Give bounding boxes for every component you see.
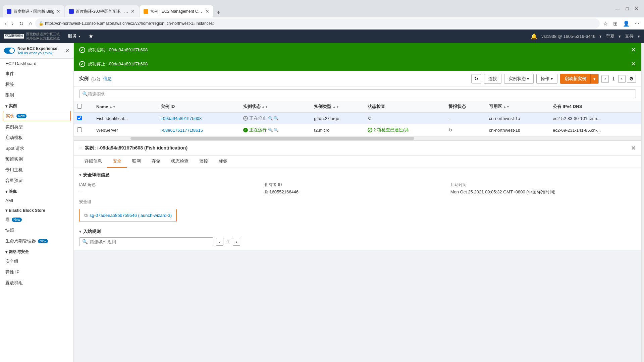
- detail-close-button[interactable]: ✕: [631, 144, 636, 152]
- sidebar-item-limits[interactable]: 限制: [0, 90, 73, 101]
- sidebar-section-ebs[interactable]: ▾ Elastic Block Store: [0, 205, 73, 214]
- horizontal-scrollbar[interactable]: [74, 136, 641, 140]
- sidebar-item-ami[interactable]: AMI: [0, 196, 73, 205]
- support-label[interactable]: 支持: [625, 33, 634, 39]
- browser-tab-1[interactable]: 百度翻译 - 国内版 Bing ✕: [3, 5, 64, 17]
- tab-monitoring[interactable]: 监控: [194, 156, 213, 168]
- table-settings-button[interactable]: ⚙: [627, 75, 636, 83]
- instance-list-section: 实例 (1/2) 信息 ↻ 连接 实例状态 ▾ 操作 ▾ 启动新实例: [74, 71, 641, 140]
- tab-close-3[interactable]: ✕: [205, 9, 209, 14]
- copy-owner-icon[interactable]: ⧉: [265, 189, 268, 195]
- refresh-button[interactable]: ↻: [471, 74, 481, 83]
- favorites-nav-button[interactable]: ★: [88, 33, 94, 40]
- sidebar-item-elastic-ip[interactable]: 弹性 IP: [0, 267, 73, 278]
- sidebar-item-capacity[interactable]: 容量预留: [0, 175, 73, 186]
- row2-id-link[interactable]: i-08e617511771f8615: [161, 128, 203, 133]
- instance-state-button[interactable]: 实例状态 ▾: [504, 74, 534, 84]
- launch-button[interactable]: 启动新实例: [560, 74, 590, 84]
- tab-status-check[interactable]: 状态检查: [166, 156, 194, 168]
- row1-id-link[interactable]: i-09da94a891ff7b608: [161, 116, 202, 121]
- sidebar-item-ec2dashboard[interactable]: EC2 Dashboard: [0, 59, 73, 68]
- tab-tags[interactable]: 标签: [213, 156, 233, 168]
- launch-dropdown-button[interactable]: ▾: [590, 74, 599, 84]
- prev-page-button[interactable]: ‹: [601, 75, 609, 83]
- bell-icon[interactable]: 🔔: [531, 33, 537, 40]
- sidebar-item-instances[interactable]: 实例 New: [3, 111, 71, 121]
- zoom-in-icon[interactable]: 🔍: [268, 116, 273, 121]
- tab-security[interactable]: 安全: [107, 156, 127, 168]
- maximize-button[interactable]: □: [623, 5, 631, 13]
- favorites-icon[interactable]: ☆: [601, 19, 610, 28]
- inbound-title[interactable]: ▾ 入站规则: [79, 229, 636, 235]
- region-label[interactable]: 宁夏: [606, 33, 614, 39]
- table-row[interactable]: WebServer i-08e617511771f8615 ✓ 正在运行 🔍: [74, 124, 641, 136]
- minimize-button[interactable]: —: [612, 5, 623, 13]
- tab-details[interactable]: 详细信息: [79, 156, 107, 168]
- zoom-out-icon[interactable]: 🔍: [274, 116, 279, 121]
- sidebar-section-network[interactable]: ▾ 网络与安全: [0, 246, 73, 256]
- connect-button[interactable]: 连接: [484, 74, 501, 84]
- service-menu[interactable]: 服务 ▾: [65, 32, 83, 41]
- more-button[interactable]: ···: [633, 19, 641, 28]
- address-bar-wrapper[interactable]: 🔒 https://cn-northwest-1.console.amazona…: [35, 18, 599, 28]
- refresh-page-button[interactable]: ↻: [17, 19, 25, 28]
- info-link[interactable]: 信息: [103, 76, 112, 82]
- sidebar-item-spot[interactable]: Spot 请求: [0, 143, 73, 154]
- row2-refresh-icon[interactable]: ↻: [448, 127, 452, 133]
- sidebar-item-volumes[interactable]: 卷 New: [0, 214, 73, 225]
- toggle-sub[interactable]: Tell us what you think: [17, 51, 57, 55]
- tab-network[interactable]: 联网: [127, 156, 146, 168]
- tab-close-2[interactable]: ✕: [131, 9, 135, 14]
- sidebar-item-tags[interactable]: 标签: [0, 79, 73, 90]
- security-section-title[interactable]: ▾ 安全详细信息: [79, 172, 636, 178]
- sidebar-item-launch-templates[interactable]: 启动模板: [0, 132, 73, 143]
- profile-icon[interactable]: 👤: [621, 19, 632, 28]
- forward-button[interactable]: ›: [10, 19, 15, 28]
- zoom-in-icon2[interactable]: 🔍: [268, 128, 273, 132]
- copy-sg-icon[interactable]: ⧉: [84, 213, 88, 218]
- user-info[interactable]: vsl1938 @ 1605-5216-6446: [541, 34, 595, 39]
- back-button[interactable]: ‹: [3, 19, 8, 28]
- new-tab-button[interactable]: +: [214, 8, 223, 17]
- search-input[interactable]: [88, 92, 633, 97]
- sidebar-item-events[interactable]: 事件: [0, 68, 73, 79]
- sidebar-item-security-groups[interactable]: 安全组: [0, 256, 73, 267]
- check-icon: ✓: [368, 128, 372, 132]
- sidebar-item-snapshots[interactable]: 快照: [0, 225, 73, 236]
- select-all-checkbox[interactable]: [77, 104, 82, 109]
- tab-title-1: 百度翻译 - 国内版 Bing: [13, 9, 54, 14]
- operations-button[interactable]: 操作 ▾: [536, 74, 557, 84]
- home-button[interactable]: ⌂: [27, 19, 34, 28]
- row1-checkbox[interactable]: [77, 116, 82, 120]
- next-page-button[interactable]: ›: [618, 75, 626, 83]
- inbound-prev-button[interactable]: ‹: [216, 238, 223, 246]
- banner-stop-close[interactable]: ✕: [631, 60, 636, 68]
- sidebar-section-images[interactable]: ▾ 映像: [0, 186, 73, 196]
- sg-link[interactable]: sg-07adeeab8bb759546 (launch-wizard-3): [90, 213, 172, 218]
- table-row[interactable]: Fish identificat... i-09da94a891ff7b608 …: [74, 113, 641, 124]
- search-input-wrapper[interactable]: 🔍: [79, 89, 636, 98]
- sidebar-section-instances[interactable]: ▾ 实例: [0, 101, 73, 110]
- tab-storage[interactable]: 存储: [146, 156, 166, 168]
- row2-checkbox[interactable]: [77, 127, 82, 132]
- sidebar-item-placement[interactable]: 置放群组: [0, 278, 73, 288]
- inbound-next-button[interactable]: ›: [233, 238, 240, 246]
- row1-refresh-icon[interactable]: ↻: [368, 116, 372, 121]
- right-scrollbar[interactable]: [641, 43, 644, 362]
- toggle-close-icon[interactable]: ✕: [65, 48, 69, 54]
- filter-search-input[interactable]: [90, 239, 210, 244]
- collections-icon[interactable]: ⊞: [611, 19, 620, 28]
- detail-resize-icon[interactable]: ≡: [79, 145, 82, 151]
- sidebar-item-reserved[interactable]: 预留实例: [0, 154, 73, 165]
- sidebar-item-lifecycle[interactable]: 生命周期管理器 New: [0, 236, 73, 246]
- browser-tab-3[interactable]: 实例 | EC2 Management Console ✕: [140, 5, 213, 17]
- tab-close-1[interactable]: ✕: [56, 9, 60, 14]
- close-button[interactable]: ✕: [632, 5, 641, 13]
- zoom-out-icon2[interactable]: 🔍: [274, 128, 279, 132]
- filter-search-wrapper[interactable]: 🔍: [79, 237, 213, 246]
- banner-start-close[interactable]: ✕: [631, 46, 636, 54]
- sidebar-item-instance-types[interactable]: 实例类型: [0, 122, 73, 132]
- sidebar-item-dedicated[interactable]: 专用主机: [0, 165, 73, 175]
- new-ec2-toggle[interactable]: [4, 48, 15, 54]
- browser-tab-2[interactable]: 百度翻译-200种语言互译、沟通... ✕: [65, 5, 139, 17]
